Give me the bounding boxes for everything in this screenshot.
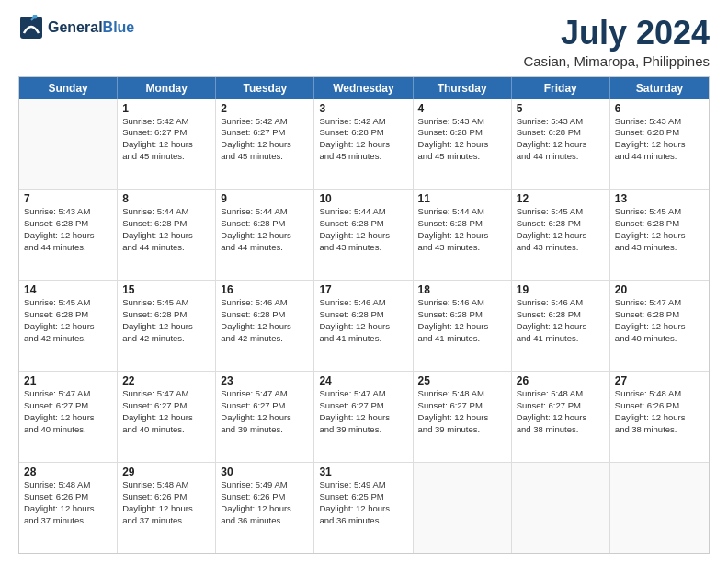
calendar-cell: 19Sunrise: 5:46 AM Sunset: 6:28 PM Dayli… xyxy=(512,281,610,371)
day-number: 1 xyxy=(122,102,210,115)
calendar-cell: 26Sunrise: 5:48 AM Sunset: 6:27 PM Dayli… xyxy=(512,372,610,462)
day-number: 12 xyxy=(517,192,605,205)
calendar-cell: 9Sunrise: 5:44 AM Sunset: 6:28 PM Daylig… xyxy=(216,190,314,280)
day-info: Sunrise: 5:48 AM Sunset: 6:26 PM Dayligh… xyxy=(615,388,704,435)
calendar-cell: 23Sunrise: 5:47 AM Sunset: 6:27 PM Dayli… xyxy=(216,372,314,462)
calendar-header: SundayMondayTuesdayWednesdayThursdayFrid… xyxy=(19,77,709,99)
day-info: Sunrise: 5:42 AM Sunset: 6:27 PM Dayligh… xyxy=(221,116,309,163)
calendar-cell: 11Sunrise: 5:44 AM Sunset: 6:28 PM Dayli… xyxy=(414,190,512,280)
day-number: 22 xyxy=(122,374,210,387)
calendar-cell: 2Sunrise: 5:42 AM Sunset: 6:27 PM Daylig… xyxy=(216,99,314,190)
day-info: Sunrise: 5:48 AM Sunset: 6:26 PM Dayligh… xyxy=(122,479,210,526)
calendar-row: 7Sunrise: 5:43 AM Sunset: 6:28 PM Daylig… xyxy=(19,190,709,281)
day-number: 25 xyxy=(418,374,506,387)
calendar-cell: 22Sunrise: 5:47 AM Sunset: 6:27 PM Dayli… xyxy=(118,372,216,462)
calendar-cell xyxy=(19,99,118,190)
calendar-cell: 31Sunrise: 5:49 AM Sunset: 6:25 PM Dayli… xyxy=(314,463,413,553)
day-info: Sunrise: 5:47 AM Sunset: 6:27 PM Dayligh… xyxy=(24,388,112,435)
title-section: July 2024 Casian, Mimaropa, Philippines xyxy=(523,15,710,69)
day-number: 9 xyxy=(221,192,309,205)
day-info: Sunrise: 5:42 AM Sunset: 6:27 PM Dayligh… xyxy=(122,116,210,163)
calendar-header-cell: Monday xyxy=(118,77,216,99)
calendar-cell: 3Sunrise: 5:42 AM Sunset: 6:28 PM Daylig… xyxy=(314,99,413,190)
calendar-header-cell: Tuesday xyxy=(216,77,314,99)
main-title: July 2024 xyxy=(523,15,710,52)
day-number: 2 xyxy=(221,102,309,115)
day-number: 21 xyxy=(24,374,112,387)
day-info: Sunrise: 5:43 AM Sunset: 6:28 PM Dayligh… xyxy=(615,116,704,163)
calendar: SundayMondayTuesdayWednesdayThursdayFrid… xyxy=(18,76,710,554)
day-info: Sunrise: 5:44 AM Sunset: 6:28 PM Dayligh… xyxy=(418,206,506,253)
day-info: Sunrise: 5:45 AM Sunset: 6:28 PM Dayligh… xyxy=(615,206,704,253)
day-info: Sunrise: 5:47 AM Sunset: 6:27 PM Dayligh… xyxy=(122,388,210,435)
day-number: 19 xyxy=(517,283,605,296)
day-number: 8 xyxy=(122,192,210,205)
calendar-cell xyxy=(610,463,709,553)
day-info: Sunrise: 5:47 AM Sunset: 6:27 PM Dayligh… xyxy=(221,388,309,435)
calendar-row: 14Sunrise: 5:45 AM Sunset: 6:28 PM Dayli… xyxy=(19,281,709,372)
day-info: Sunrise: 5:48 AM Sunset: 6:26 PM Dayligh… xyxy=(24,479,112,526)
calendar-body: 1Sunrise: 5:42 AM Sunset: 6:27 PM Daylig… xyxy=(19,99,709,553)
day-info: Sunrise: 5:46 AM Sunset: 6:28 PM Dayligh… xyxy=(319,297,407,344)
day-number: 13 xyxy=(615,192,704,205)
logo-line2: Blue xyxy=(103,19,135,35)
calendar-cell: 27Sunrise: 5:48 AM Sunset: 6:26 PM Dayli… xyxy=(610,372,709,462)
logo: GeneralBlue xyxy=(18,15,134,40)
calendar-header-cell: Sunday xyxy=(19,77,118,99)
header: GeneralBlue July 2024 Casian, Mimaropa, … xyxy=(18,15,710,69)
day-number: 3 xyxy=(319,102,407,115)
day-info: Sunrise: 5:45 AM Sunset: 6:28 PM Dayligh… xyxy=(122,297,210,344)
day-number: 16 xyxy=(221,283,309,296)
day-info: Sunrise: 5:49 AM Sunset: 6:25 PM Dayligh… xyxy=(319,479,407,526)
calendar-cell: 30Sunrise: 5:49 AM Sunset: 6:26 PM Dayli… xyxy=(216,463,314,553)
day-number: 18 xyxy=(418,283,506,296)
day-number: 5 xyxy=(517,102,605,115)
calendar-header-cell: Friday xyxy=(512,77,610,99)
page: GeneralBlue July 2024 Casian, Mimaropa, … xyxy=(0,0,728,563)
day-number: 7 xyxy=(24,192,112,205)
day-number: 15 xyxy=(122,283,210,296)
logo-text: GeneralBlue xyxy=(48,19,134,36)
day-number: 27 xyxy=(615,374,704,387)
day-number: 31 xyxy=(319,465,407,478)
calendar-header-cell: Saturday xyxy=(610,77,709,99)
day-info: Sunrise: 5:45 AM Sunset: 6:28 PM Dayligh… xyxy=(517,206,605,253)
day-number: 17 xyxy=(319,283,407,296)
calendar-cell: 12Sunrise: 5:45 AM Sunset: 6:28 PM Dayli… xyxy=(512,190,610,280)
day-number: 4 xyxy=(418,102,506,115)
day-number: 30 xyxy=(221,465,309,478)
day-info: Sunrise: 5:47 AM Sunset: 6:28 PM Dayligh… xyxy=(615,297,704,344)
day-number: 28 xyxy=(24,465,112,478)
day-info: Sunrise: 5:46 AM Sunset: 6:28 PM Dayligh… xyxy=(221,297,309,344)
calendar-cell: 15Sunrise: 5:45 AM Sunset: 6:28 PM Dayli… xyxy=(118,281,216,371)
calendar-cell: 5Sunrise: 5:43 AM Sunset: 6:28 PM Daylig… xyxy=(512,99,610,190)
calendar-cell: 10Sunrise: 5:44 AM Sunset: 6:28 PM Dayli… xyxy=(314,190,413,280)
calendar-cell: 14Sunrise: 5:45 AM Sunset: 6:28 PM Dayli… xyxy=(19,281,118,371)
day-info: Sunrise: 5:49 AM Sunset: 6:26 PM Dayligh… xyxy=(221,479,309,526)
calendar-cell xyxy=(414,463,512,553)
day-info: Sunrise: 5:43 AM Sunset: 6:28 PM Dayligh… xyxy=(418,116,506,163)
calendar-header-cell: Thursday xyxy=(414,77,512,99)
day-number: 20 xyxy=(615,283,704,296)
subtitle: Casian, Mimaropa, Philippines xyxy=(523,53,710,69)
calendar-cell: 28Sunrise: 5:48 AM Sunset: 6:26 PM Dayli… xyxy=(19,463,118,553)
day-info: Sunrise: 5:43 AM Sunset: 6:28 PM Dayligh… xyxy=(517,116,605,163)
logo-icon xyxy=(18,15,44,40)
logo-line1: General xyxy=(48,19,103,35)
calendar-row: 28Sunrise: 5:48 AM Sunset: 6:26 PM Dayli… xyxy=(19,463,709,553)
day-number: 29 xyxy=(122,465,210,478)
day-info: Sunrise: 5:44 AM Sunset: 6:28 PM Dayligh… xyxy=(122,206,210,253)
day-info: Sunrise: 5:43 AM Sunset: 6:28 PM Dayligh… xyxy=(24,206,112,253)
calendar-cell: 1Sunrise: 5:42 AM Sunset: 6:27 PM Daylig… xyxy=(118,99,216,190)
day-info: Sunrise: 5:44 AM Sunset: 6:28 PM Dayligh… xyxy=(319,206,407,253)
calendar-cell: 4Sunrise: 5:43 AM Sunset: 6:28 PM Daylig… xyxy=(414,99,512,190)
calendar-cell xyxy=(512,463,610,553)
calendar-row: 21Sunrise: 5:47 AM Sunset: 6:27 PM Dayli… xyxy=(19,372,709,463)
day-info: Sunrise: 5:48 AM Sunset: 6:27 PM Dayligh… xyxy=(418,388,506,435)
calendar-cell: 17Sunrise: 5:46 AM Sunset: 6:28 PM Dayli… xyxy=(314,281,413,371)
day-info: Sunrise: 5:48 AM Sunset: 6:27 PM Dayligh… xyxy=(517,388,605,435)
day-info: Sunrise: 5:45 AM Sunset: 6:28 PM Dayligh… xyxy=(24,297,112,344)
day-info: Sunrise: 5:44 AM Sunset: 6:28 PM Dayligh… xyxy=(221,206,309,253)
day-number: 26 xyxy=(517,374,605,387)
calendar-cell: 25Sunrise: 5:48 AM Sunset: 6:27 PM Dayli… xyxy=(414,372,512,462)
